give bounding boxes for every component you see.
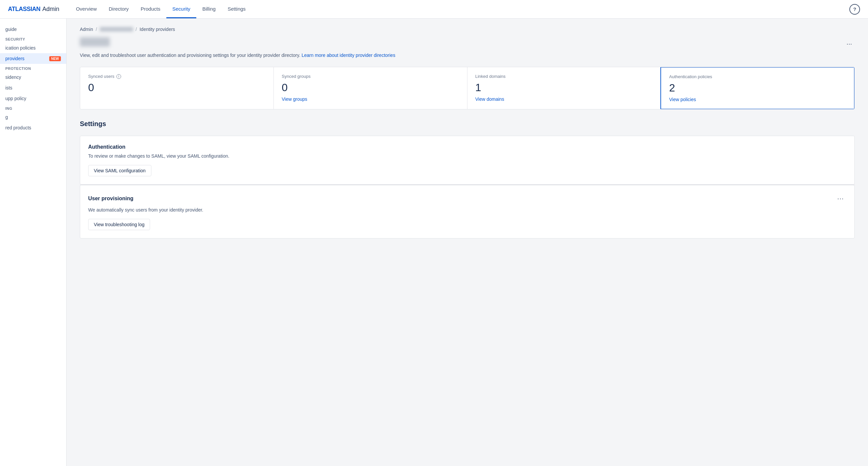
main-layout: guide SECURITY ication policies provider… <box>0 19 868 466</box>
stat-label-synced-users: Synced users i <box>88 74 266 79</box>
sidebar-item-registered-products[interactable]: red products <box>0 122 66 133</box>
settings-section-user-provisioning: User provisioning ⋯ We automatically syn… <box>80 185 855 239</box>
nav-overview[interactable]: Overview <box>70 0 103 18</box>
top-nav: ATLASSIAN Admin Overview Directory Produ… <box>0 0 868 19</box>
breadcrumb-org-blurred <box>100 27 133 32</box>
sidebar-item-data-residency[interactable]: sidency <box>0 72 66 83</box>
user-provisioning-desc: We automatically sync users from your id… <box>88 207 846 214</box>
user-provisioning-more-button[interactable]: ⋯ <box>834 193 846 204</box>
sidebar: guide SECURITY ication policies provider… <box>0 19 66 466</box>
nav-links: Overview Directory Products Security Bil… <box>70 0 849 18</box>
authentication-desc: To review or make changes to SAML, view … <box>88 153 846 160</box>
stat-card-auth-policies: Authentication policies 2 View policies <box>660 67 855 110</box>
nav-billing[interactable]: Billing <box>196 0 222 18</box>
nav-security[interactable]: Security <box>166 0 196 18</box>
view-groups-link[interactable]: View groups <box>282 96 307 102</box>
sidebar-section-logging-label: ING <box>0 104 66 112</box>
view-policies-link[interactable]: View policies <box>669 97 696 102</box>
view-domains-link[interactable]: View domains <box>475 96 504 102</box>
help-button[interactable]: ? <box>849 4 860 14</box>
sidebar-item-allowlists[interactable]: ists <box>0 83 66 93</box>
atlassian-wordmark: ATLASSIAN <box>8 6 40 13</box>
stat-value-synced-users: 0 <box>88 82 266 94</box>
learn-more-link[interactable]: Learn more about identity provider direc… <box>302 53 395 58</box>
sidebar-item-audit-log[interactable]: g <box>0 112 66 122</box>
nav-right: ? <box>849 4 860 14</box>
sidebar-section-security-label: SECURITY <box>0 35 66 42</box>
sidebar-item-guide[interactable]: guide <box>0 24 66 35</box>
page-description: View, edit and troubleshoot user authent… <box>80 52 855 59</box>
sidebar-section-protection-label: PROTECTION <box>0 64 66 72</box>
stat-card-synced-users: Synced users i 0 <box>80 67 274 109</box>
stat-label-linked-domains: Linked domains <box>475 74 653 79</box>
stat-value-linked-domains: 1 <box>475 82 653 94</box>
settings-title: Settings <box>80 120 855 128</box>
stat-value-auth-policies: 2 <box>669 82 846 94</box>
user-provisioning-title: User provisioning <box>88 195 133 201</box>
page-header: ... <box>80 37 855 48</box>
nav-directory[interactable]: Directory <box>103 0 135 18</box>
page-title-blurred <box>80 37 110 46</box>
breadcrumb-sep2: / <box>136 27 137 32</box>
stat-card-linked-domains: Linked domains 1 View domains <box>467 67 661 109</box>
nav-settings[interactable]: Settings <box>222 0 251 18</box>
admin-label: Admin <box>42 6 59 13</box>
more-options-button[interactable]: ... <box>844 37 855 48</box>
stat-card-synced-groups: Synced groups 0 View groups <box>274 67 467 109</box>
authentication-header: Authentication <box>88 144 846 150</box>
synced-users-info-icon[interactable]: i <box>117 74 121 79</box>
view-saml-button[interactable]: View SAML configuration <box>88 165 151 176</box>
stat-label-synced-groups: Synced groups <box>282 74 459 79</box>
view-troubleshooting-log-button[interactable]: View troubleshooting log <box>88 219 150 230</box>
brand-logo[interactable]: ATLASSIAN Admin <box>8 6 59 13</box>
user-provisioning-header: User provisioning ⋯ <box>88 193 846 204</box>
breadcrumb: Admin / / Identity providers <box>80 27 855 32</box>
stat-value-synced-groups: 0 <box>282 82 459 94</box>
stat-label-auth-policies: Authentication policies <box>669 74 846 79</box>
authentication-title: Authentication <box>88 144 125 150</box>
sidebar-item-app-policy[interactable]: upp policy <box>0 93 66 104</box>
stats-grid: Synced users i 0 Synced groups 0 View gr… <box>80 67 855 110</box>
main-content: Admin / / Identity providers ... View, e… <box>66 19 868 466</box>
breadcrumb-current: Identity providers <box>140 27 175 32</box>
nav-products[interactable]: Products <box>135 0 166 18</box>
breadcrumb-admin[interactable]: Admin <box>80 27 93 32</box>
sidebar-item-authentication-policies[interactable]: ication policies <box>0 42 66 53</box>
sidebar-item-identity-providers[interactable]: providers NEW <box>0 53 66 64</box>
new-badge: NEW <box>49 56 61 61</box>
settings-section-authentication: Authentication To review or make changes… <box>80 136 855 185</box>
breadcrumb-sep1: / <box>96 27 97 32</box>
